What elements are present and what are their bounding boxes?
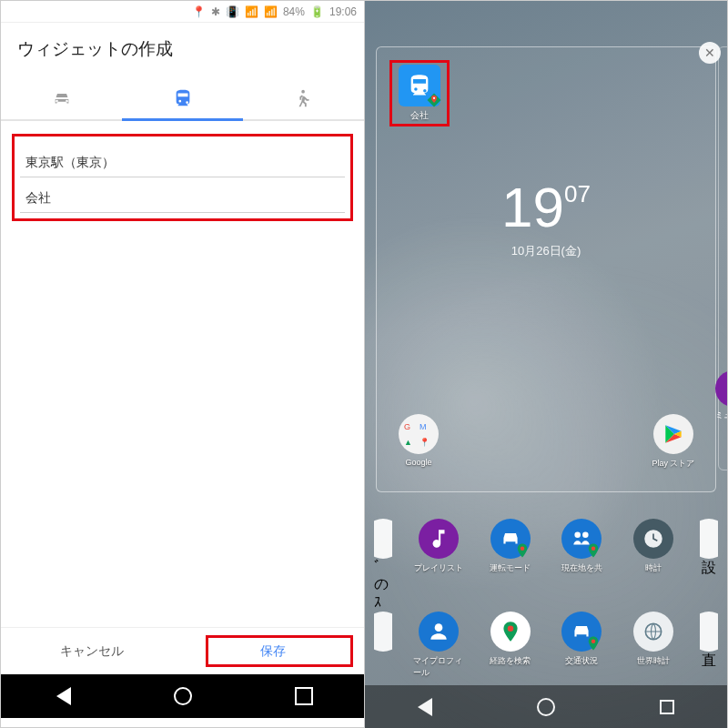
next-page-preview[interactable]: ミュー [718,46,727,470]
preview-app-row: GM▲📍 Google Play ストア [377,414,715,470]
google-folder[interactable]: GM▲📍 Google [393,414,444,470]
driving-mode[interactable]: 運転モード [485,519,536,611]
widget-label: 会社 [410,109,429,122]
nav-bar [1,674,364,718]
page-title: ウィジェットの作成 [1,23,364,77]
status-time: 19:06 [329,5,357,18]
car-icon [52,88,72,108]
nav-bar-right [365,685,727,728]
clock-min: 07 [564,180,591,207]
clock-hour: 19 [501,176,564,238]
vibrate-icon: 📳 [226,5,239,18]
search-route[interactable]: 経路を検索 [485,612,536,679]
clock-app[interactable]: 時計 [628,519,679,611]
status-bar-right [365,1,727,23]
wifi-icon: 📶 [245,5,258,18]
svg-point-7 [507,626,513,632]
to-field[interactable]: 会社 [20,177,345,213]
battery-icon: 🔋 [310,5,324,18]
svg-point-3 [582,531,589,538]
folder-icon: GM▲📍 [399,414,439,454]
unknown-left2[interactable] [374,612,392,679]
svg-point-1 [520,546,524,551]
maps-pin-icon [426,92,442,108]
play-store[interactable]: Play ストア [648,414,699,470]
bluetooth-icon: ✱ [211,5,220,18]
tab-transit[interactable] [122,77,243,121]
nav-home[interactable] [537,698,555,716]
save-button[interactable]: 保存 [183,628,365,674]
widget-highlight: 会社 [389,60,450,126]
svg-point-2 [575,531,581,538]
my-profile[interactable]: マイプロフィール [413,612,464,679]
nav-recent[interactable] [295,687,313,705]
homescreen-preview[interactable]: ✕ 会社 1907 10月26日(金) GM▲📍 Google [376,46,716,492]
fields-highlight: 東京駅（東京） 会社 [12,134,353,221]
directions-widget[interactable]: 会社 [394,65,445,122]
train-widget-icon [399,65,440,106]
svg-point-4 [592,546,596,551]
status-bar: 📍 ✱ 📳 📶 📶 84% 🔋 19:06 [1,1,364,23]
train-icon [173,88,193,108]
nav-home[interactable] [174,687,192,705]
walk-icon [294,88,314,108]
unknown-left[interactable]: ﾞのｽ [374,519,392,611]
cancel-button[interactable]: キャンセル [1,628,183,674]
world-clock[interactable]: 世界時計 [628,612,679,679]
svg-point-0 [433,97,435,99]
svg-point-6 [434,624,442,632]
traffic[interactable]: 交通状況 [556,612,607,679]
nav-back[interactable] [53,687,71,705]
from-field[interactable]: 東京駅（東京） [20,142,345,177]
playlist[interactable]: プレイリスト [413,519,464,611]
unknown-right2[interactable]: 直 [700,612,718,679]
tab-car[interactable] [1,77,122,121]
location-icon: 📍 [192,5,206,18]
play-icon [653,414,693,454]
app-drawer: ﾞのｽプレイリスト運転モード現在地を共時計設 マイプロフィール経路を検索交通状況… [365,512,727,685]
nav-recent[interactable] [660,700,674,714]
svg-point-8 [592,640,596,644]
nav-back[interactable] [418,698,432,716]
unknown-right[interactable]: 設 [700,519,718,611]
share-location[interactable]: 現在地を共 [556,519,607,611]
signal-icon: 📶 [264,5,278,18]
clock-date: 10月26日(金) [377,243,715,259]
tab-walk[interactable] [243,77,364,121]
clock-widget: 1907 10月26日(金) [377,175,715,259]
transport-tabs [1,77,364,121]
battery-pct: 84% [283,5,305,18]
